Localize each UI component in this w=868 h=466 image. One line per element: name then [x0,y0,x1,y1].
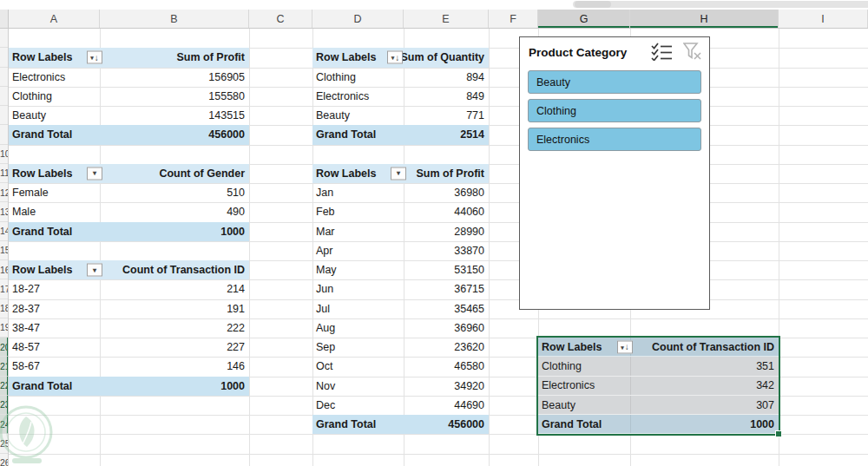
pivot-value-cell[interactable]: 771 [404,106,489,125]
column-header-E[interactable]: E [404,10,489,28]
pivot-value-cell[interactable]: Count of Transaction ID [630,338,779,356]
pivot-value-cell[interactable]: 46580 [404,357,489,376]
pivot-value-cell[interactable]: 227 [100,338,249,357]
pivot-value-cell[interactable]: 35465 [404,299,489,318]
select-all-corner[interactable] [0,10,9,29]
pivot-label-cell[interactable]: 58-67 [9,357,100,376]
pivot-value-cell[interactable]: 36980 [404,183,489,202]
filter-dropdown-button[interactable]: ▾ [87,264,102,277]
pivot-label-cell[interactable]: Clothing [312,68,404,87]
row-header-7[interactable] [0,87,9,106]
pivot-value-cell[interactable]: 2514 [404,125,489,144]
row-header-26[interactable]: 26 [0,454,9,466]
column-header-C[interactable]: C [249,10,312,28]
pivot-value-cell[interactable]: 143515 [100,106,249,125]
pivot-label-cell[interactable]: 28-37 [9,299,100,318]
sort-descending-filter-button[interactable]: ▾↓ [387,51,403,64]
filter-dropdown-button[interactable]: ▾ [391,167,406,180]
scrollbar-thumb[interactable] [575,1,611,8]
pivot-value-cell[interactable]: 849 [404,87,489,106]
row-header-13[interactable]: 13 [0,202,9,221]
pivot-value-cell[interactable]: 36715 [404,279,489,299]
pivot-value-cell[interactable]: Sum of Quantity [400,48,489,67]
pivot-label-cell[interactable]: Row Labels▾ [9,260,100,279]
row-header-11[interactable]: 11 [0,164,9,183]
pivot-label-cell[interactable]: Grand Total [9,125,100,144]
pivot-label-cell[interactable]: Beauty [312,106,404,125]
pivot-value-cell[interactable]: 510 [100,183,249,202]
slicer-product-category[interactable]: Product Category BeautyClothingE [519,36,710,310]
row-header-4[interactable] [0,29,9,48]
pivot-value-cell[interactable]: 36960 [404,318,489,338]
row-header-15[interactable]: 15 [0,241,9,260]
pivot-label-cell[interactable]: Female [9,183,100,202]
pivot-label-cell[interactable]: Aug [312,318,404,338]
pivot-value-cell[interactable]: 456000 [100,125,249,144]
pivot-value-cell[interactable]: 307 [630,396,779,414]
pivot-label-cell[interactable]: Jun [312,279,404,299]
pivot-label-cell[interactable]: Row Labels▾ [312,164,404,183]
pivot-value-cell[interactable]: Sum of Profit [404,164,489,183]
pivot-label-cell[interactable]: Beauty [538,396,630,414]
pivot-label-cell[interactable]: Grand Total [9,377,100,396]
pivot-value-cell[interactable]: 456000 [404,415,489,434]
pivot-value-cell[interactable]: 894 [404,68,489,87]
slicer-item-beauty[interactable]: Beauty [528,70,701,94]
pivot-label-cell[interactable]: Sep [312,338,404,357]
column-header-D[interactable]: D [312,10,404,28]
pivot-value-cell[interactable]: 146 [100,357,249,376]
pivot-value-cell[interactable]: 222 [100,318,249,338]
row-header-10[interactable]: 10 [0,145,9,164]
pivot-label-cell[interactable]: Feb [312,202,404,221]
pivot-value-cell[interactable]: Count of Transaction ID [100,260,249,279]
pivot-label-cell[interactable]: Row Labels▾↓ [312,48,400,67]
pivot-label-cell[interactable]: Row Labels▾↓ [538,338,630,356]
row-header-17[interactable]: 17 [0,279,9,299]
pivot-label-cell[interactable]: 48-57 [9,338,100,357]
column-header-A[interactable]: A [9,10,100,28]
row-header-14[interactable]: 14 [0,222,9,241]
pivot-label-cell[interactable]: Electronics [538,377,630,395]
pivot-label-cell[interactable]: Apr [312,241,404,260]
row-header-24[interactable]: 24 [0,415,9,434]
pivot-value-cell[interactable]: Sum of Profit [100,48,249,67]
scrollbar-track[interactable] [573,1,868,8]
pivot-label-cell[interactable]: May [312,260,404,279]
pivot-value-cell[interactable]: 156905 [100,68,249,87]
pivot-label-cell[interactable]: Grand Total [538,415,630,433]
row-header-18[interactable]: 18 [0,299,9,318]
pivot-label-cell[interactable]: Row Labels▾↓ [9,48,100,67]
pivot-label-cell[interactable]: Mar [312,222,404,241]
row-header-8[interactable] [0,106,9,125]
pivot-label-cell[interactable]: Oct [312,357,404,376]
pivot-value-cell[interactable]: 214 [100,279,249,299]
column-header-G[interactable]: G [538,10,630,28]
pivot-label-cell[interactable]: 38-47 [9,318,100,338]
row-header-23[interactable]: 23 [0,396,9,415]
pivot-value-cell[interactable]: 23620 [404,338,489,357]
slicer-item-electronics[interactable]: Electronics [528,128,701,151]
pivot-value-cell[interactable]: 155580 [100,87,249,106]
pivot-value-cell[interactable]: 342 [630,377,779,395]
pivot-value-cell[interactable]: 351 [630,357,779,375]
pivot-label-cell[interactable]: Row Labels▾ [9,164,100,183]
pivot-value-cell[interactable]: 44690 [404,396,489,415]
row-header-16[interactable]: 16 [0,260,9,279]
pivot-value-cell[interactable]: 1000 [100,222,249,241]
row-header-22[interactable]: 22 [0,377,9,396]
pivot-label-cell[interactable]: Clothing [9,87,100,106]
column-header-I[interactable]: I [779,10,868,28]
pivot-label-cell[interactable]: Dec [312,396,404,415]
column-header-F[interactable]: F [489,10,538,28]
pivot-value-cell[interactable]: 34920 [404,377,489,396]
pivot-value-cell[interactable]: Count of Gender [100,164,249,183]
row-header-21[interactable]: 21 [0,357,9,376]
row-header-25[interactable]: 25 [0,434,9,453]
pivot-value-cell[interactable]: 33870 [404,241,489,260]
pivot-value-cell[interactable]: 53150 [404,260,489,279]
pivot-label-cell[interactable]: Clothing [538,357,630,375]
row-header-19[interactable]: 19 [0,318,9,338]
pivot-label-cell[interactable]: Jul [312,299,404,318]
pivot-value-cell[interactable]: 1000 [100,377,249,396]
slicer-item-clothing[interactable]: Clothing [528,99,701,122]
